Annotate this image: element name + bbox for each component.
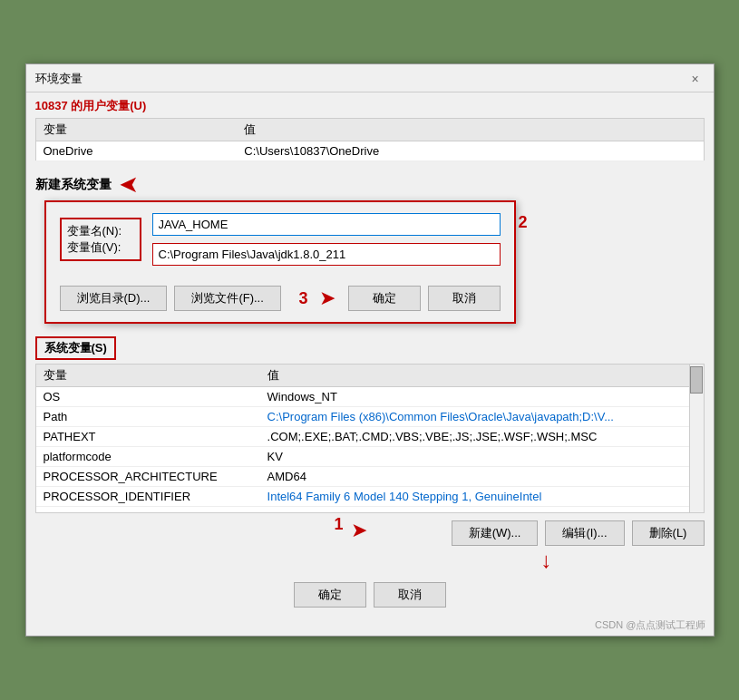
dialog-cancel-button[interactable]: 取消 (428, 286, 501, 311)
scrollbar[interactable] (689, 365, 704, 512)
table-row[interactable]: PathC:\Program Files (x86)\Common Files\… (36, 407, 689, 427)
col-val-header: 值 (237, 119, 704, 141)
var-name-input[interactable] (152, 213, 501, 236)
dialog-action-row: 浏览目录(D)... 浏览文件(F)... 3 ➤ 确定 取消 (46, 286, 514, 322)
var-name-row: 变量名(N): 变量值(V): 2 (60, 213, 501, 266)
sys-action-buttons: 1 ➤ 新建(W)... 编辑(I)... 删除(L) (26, 513, 714, 551)
new-var-form-body: 变量名(N): 变量值(V): 2 (46, 202, 514, 286)
new-var-dialog-area: 新建系统变量 ➤ 变量名(N): 变量值(V): 2 (35, 170, 705, 324)
arrow-icon: ➤ (119, 170, 139, 199)
sys-var-value: KV (260, 447, 689, 467)
annotation-2: 2 (518, 213, 527, 232)
browse-file-button[interactable]: 浏览文件(F)... (174, 286, 280, 311)
arrow-3-icon: ➤ (319, 287, 335, 310)
sys-edit-button[interactable]: 编辑(I)... (545, 520, 624, 546)
sys-var-name: Path (36, 407, 260, 427)
sys-var-value: C:\Program Files (x86)\Common Files\Orac… (260, 407, 689, 427)
new-var-dialog: 变量名(N): 变量值(V): 2 浏览目录(D)... (44, 200, 516, 324)
table-row[interactable]: PROCESSOR_LEVEL6 (36, 507, 689, 513)
sys-var-name: platformcode (36, 447, 260, 467)
sys-variables-section: 系统变量(S) 变量 值 OSWindows_NTPathC:\Program … (26, 331, 714, 513)
new-var-label-row: 新建系统变量 ➤ (35, 170, 705, 199)
user-section-label: 10837 的用户变量(U) (26, 92, 714, 118)
scrollbar-thumb[interactable] (690, 366, 703, 394)
table-row[interactable]: platformcodeKV (36, 447, 689, 467)
user-variables-section: 10837 的用户变量(U) 变量 值 OneDrive C:\Users\10… (26, 92, 714, 170)
annotation-3: 3 (298, 289, 307, 308)
browse-dir-button[interactable]: 浏览目录(D)... (60, 286, 168, 311)
table-row[interactable]: OneDrive C:\Users\10837\OneDrive (35, 141, 704, 161)
dialog-ok-button[interactable]: 确定 (348, 286, 421, 311)
name-input-wrapper: 2 (152, 213, 501, 243)
sys-var-name: PROCESSOR_LEVEL (36, 507, 260, 513)
close-button[interactable]: × (686, 70, 705, 88)
annotation-1: 1 (335, 515, 344, 534)
new-var-dialog-title: 新建系统变量 (35, 177, 112, 193)
arrow-1-icon: ➤ (351, 519, 367, 542)
window-title: 环境变量 (35, 71, 83, 87)
sys-section-label: 系统变量(S) (35, 336, 116, 360)
footer-cancel-button[interactable]: 取消 (374, 582, 446, 608)
sys-var-value: Windows_NT (260, 387, 689, 407)
down-arrow-icon: ↓ (541, 548, 552, 573)
arrow-area: ↓ (26, 551, 714, 578)
sys-table-wrapper: 变量 值 OSWindows_NTPathC:\Program Files (x… (35, 364, 705, 513)
table-row[interactable]: PATHEXT.COM;.EXE;.BAT;.CMD;.VBS;.VBE;.JS… (36, 427, 689, 447)
sys-delete-button[interactable]: 删除(L) (632, 520, 705, 546)
sys-var-name: PATHEXT (36, 427, 260, 447)
sys-var-value: AMD64 (260, 467, 689, 487)
var-value-input[interactable] (152, 243, 501, 266)
sys-var-name: PROCESSOR_ARCHITECTURE (36, 467, 260, 487)
inputs-area: 2 (152, 213, 501, 266)
sys-var-value: .COM;.EXE;.BAT;.CMD;.VBS;.VBE;.JS;.JSE;.… (260, 427, 689, 447)
sys-table-scroll: 变量 值 OSWindows_NTPathC:\Program Files (x… (36, 365, 689, 512)
sys-var-name: PROCESSOR_IDENTIFIER (36, 487, 260, 507)
sys-vars-table: 变量 值 OSWindows_NTPathC:\Program Files (x… (36, 365, 689, 512)
col-var-header: 变量 (35, 119, 237, 141)
title-bar: 环境变量 × (26, 64, 714, 92)
var-name-cell: OneDrive (35, 141, 237, 161)
footer-ok-button[interactable]: 确定 (294, 582, 366, 608)
sys-var-name: OS (36, 387, 260, 407)
var-name-label: 变量名(N): (67, 224, 122, 238)
var-name-label-box: 变量名(N): 变量值(V): (60, 218, 141, 261)
footer-buttons: 确定 取消 (26, 578, 714, 617)
sys-col-val-header: 值 (260, 365, 689, 387)
sys-var-value: Intel64 Family 6 Model 140 Stepping 1, G… (260, 487, 689, 507)
watermark: CSDN @点点测试工程师 (26, 617, 714, 636)
table-row[interactable]: PROCESSOR_IDENTIFIERIntel64 Family 6 Mod… (36, 487, 689, 507)
table-row[interactable]: OSWindows_NT (36, 387, 689, 407)
environment-variables-window: 环境变量 × 10837 的用户变量(U) 变量 值 OneDrive C:\U… (25, 63, 715, 637)
sys-col-var-header: 变量 (36, 365, 260, 387)
sys-var-value: 6 (260, 507, 689, 513)
sys-new-button[interactable]: 新建(W)... (452, 520, 539, 546)
user-vars-table: 变量 值 OneDrive C:\Users\10837\OneDrive (35, 118, 705, 161)
var-value-cell: C:\Users\10837\OneDrive (237, 141, 704, 161)
table-row[interactable]: PROCESSOR_ARCHITECTUREAMD64 (36, 467, 689, 487)
var-value-label: 变量值(V): (67, 240, 122, 254)
